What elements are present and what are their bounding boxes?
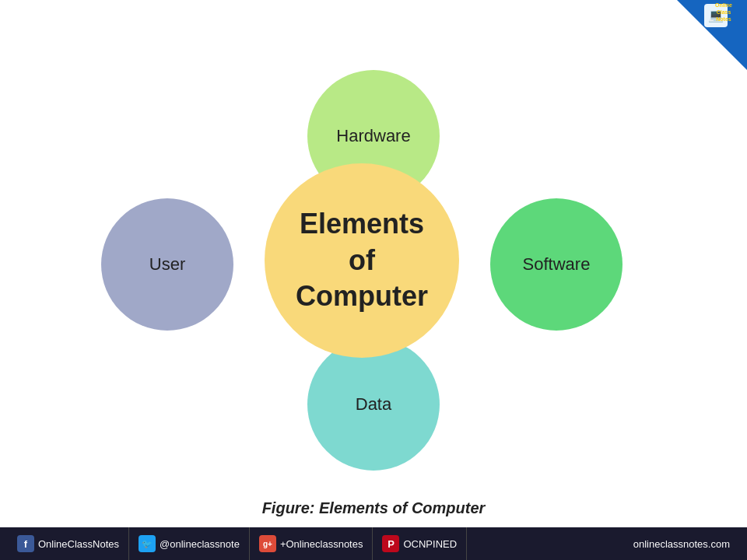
- center-circle: ElementsofComputer: [265, 163, 459, 358]
- footer-facebook-label: OnlineClassNotes: [38, 538, 119, 550]
- user-label: User: [149, 254, 185, 275]
- pinterest-icon: P: [382, 535, 399, 552]
- data-circle: Data: [307, 338, 440, 471]
- data-label: Data: [356, 394, 391, 415]
- facebook-icon: f: [17, 535, 34, 552]
- footer-website: onlineclassnotes.com: [624, 527, 739, 560]
- corner-badge-content: 💻 OnlineClassNotes: [689, 4, 743, 50]
- googleplus-icon: g+: [259, 535, 276, 552]
- user-circle: User: [101, 198, 233, 331]
- footer-website-label: onlineclassnotes.com: [633, 538, 730, 550]
- footer-bar: f OnlineClassNotes 🐦 @onlineclassnote g+…: [0, 527, 747, 560]
- footer-twitter[interactable]: 🐦 @onlineclassnote: [129, 527, 250, 560]
- footer-pinterest[interactable]: P OCNPINED: [373, 527, 467, 560]
- badge-label: OnlineClassNotes: [696, 2, 747, 23]
- hardware-label: Hardware: [336, 126, 410, 146]
- twitter-icon: 🐦: [139, 535, 156, 552]
- footer-googleplus-label: +Onlineclassnotes: [280, 538, 363, 550]
- center-label: ElementsofComputer: [296, 206, 428, 315]
- software-label: Software: [523, 254, 591, 275]
- footer-googleplus[interactable]: g+ +Onlineclassnotes: [250, 527, 374, 560]
- software-circle: Software: [490, 198, 622, 331]
- footer-twitter-label: @onlineclassnote: [160, 538, 240, 550]
- figure-caption: Figure: Elements of Computer: [262, 499, 486, 517]
- footer-pinterest-label: OCNPINED: [403, 538, 457, 550]
- footer-facebook[interactable]: f OnlineClassNotes: [8, 527, 129, 560]
- diagram-container: Hardware Software Data User ElementsofCo…: [101, 39, 646, 490]
